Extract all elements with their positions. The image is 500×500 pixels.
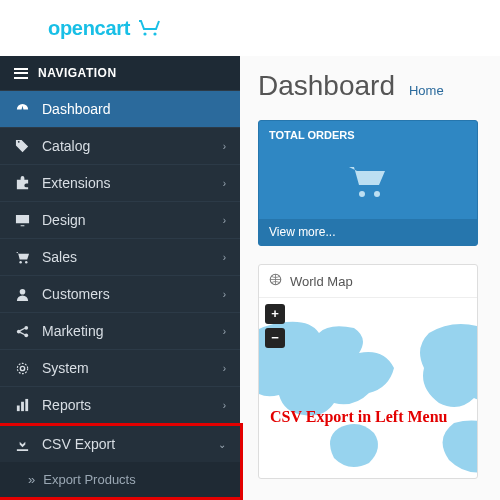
menu-icon [14, 68, 28, 79]
tags-icon [14, 139, 30, 154]
svg-point-14 [374, 191, 380, 197]
chevron-down-icon: ⌄ [218, 439, 226, 450]
svg-point-0 [143, 32, 146, 35]
svg-point-4 [19, 288, 25, 294]
sidebar-item-dashboard[interactable]: Dashboard [0, 90, 240, 127]
sidebar-item-label: Design [42, 212, 86, 228]
widget-view-more[interactable]: View more... [259, 219, 477, 245]
chevron-right-icon: › [223, 326, 226, 337]
csv-export-group-highlight: CSV Export ⌄ » Export Products [0, 423, 243, 500]
chevron-right-icon: › [223, 252, 226, 263]
sidebar-item-extensions[interactable]: Extensions › [0, 164, 240, 201]
world-map-svg [259, 308, 477, 478]
chevron-right-icon: › [223, 215, 226, 226]
sidebar-subitem-label: Export Products [43, 472, 136, 487]
breadcrumb-home[interactable]: Home [409, 83, 444, 98]
sidebar-item-customers[interactable]: Customers › [0, 275, 240, 312]
zoom-in-button[interactable]: + [265, 304, 285, 324]
chevron-right-icon: › [223, 400, 226, 411]
chevron-right-icon: › [223, 141, 226, 152]
sidebar-item-label: Marketing [42, 323, 103, 339]
sidebar-item-label: Reports [42, 397, 91, 413]
svg-point-1 [153, 32, 156, 35]
brand-logo[interactable]: opencart [48, 17, 162, 40]
download-icon [14, 437, 30, 452]
sidebar-subitem-export-products[interactable]: » Export Products [0, 462, 240, 497]
sidebar-item-sales[interactable]: Sales › [0, 238, 240, 275]
zoom-out-button[interactable]: − [265, 328, 285, 348]
share-icon [14, 324, 30, 339]
widget-footer-label: View more... [269, 225, 335, 239]
cart-icon [347, 165, 389, 203]
logo-bar: opencart [0, 0, 500, 56]
svg-rect-10 [16, 405, 19, 411]
sidebar-item-reports[interactable]: Reports › [0, 386, 240, 423]
sidebar-item-label: Extensions [42, 175, 110, 191]
chevron-right-icon: › [223, 363, 226, 374]
sidebar-item-label: CSV Export [42, 436, 115, 452]
chevron-right-icon: › [223, 289, 226, 300]
svg-point-3 [25, 260, 27, 262]
svg-point-8 [20, 366, 24, 370]
sidebar-item-system[interactable]: System › [0, 349, 240, 386]
widget-title: TOTAL ORDERS [269, 129, 355, 141]
chevron-right-icon: › [223, 178, 226, 189]
sidebar-item-marketing[interactable]: Marketing › [0, 312, 240, 349]
svg-point-6 [24, 325, 28, 329]
page-header: Dashboard Home [258, 70, 500, 102]
gauge-icon [14, 102, 30, 117]
nav-header: NAVIGATION [0, 56, 240, 90]
page-title: Dashboard [258, 70, 395, 102]
sidebar-item-label: System [42, 360, 89, 376]
map-zoom-controls: + − [265, 304, 285, 352]
brand-name: opencart [48, 17, 130, 40]
annotation-label: CSV Export in Left Menu [270, 408, 448, 426]
sidebar-item-csv-export[interactable]: CSV Export ⌄ [0, 426, 240, 462]
world-map-title: World Map [290, 274, 353, 289]
world-map[interactable]: + − [259, 298, 477, 478]
svg-rect-11 [21, 401, 24, 410]
nav-header-label: NAVIGATION [38, 66, 117, 80]
sidebar-item-label: Customers [42, 286, 110, 302]
double-chevron-icon: » [28, 472, 35, 487]
puzzle-icon [14, 176, 30, 191]
sidebar: NAVIGATION Dashboard Catalog › Extension… [0, 56, 240, 500]
svg-point-7 [24, 333, 28, 337]
globe-icon [269, 273, 282, 289]
total-orders-widget: TOTAL ORDERS View more... [258, 120, 478, 246]
world-map-panel: World Map + − [258, 264, 478, 479]
svg-rect-12 [25, 398, 28, 410]
sidebar-item-label: Dashboard [42, 101, 111, 117]
user-icon [14, 287, 30, 302]
sidebar-item-label: Sales [42, 249, 77, 265]
svg-point-9 [17, 363, 27, 373]
sidebar-item-label: Catalog [42, 138, 90, 154]
cart-icon [14, 250, 30, 265]
bar-chart-icon [14, 398, 30, 413]
svg-point-2 [19, 260, 21, 262]
brand-mark-icon [136, 19, 162, 37]
desktop-icon [14, 213, 30, 228]
content-area: Dashboard Home TOTAL ORDERS View more...… [240, 56, 500, 500]
cog-icon [14, 361, 30, 376]
sidebar-item-design[interactable]: Design › [0, 201, 240, 238]
svg-point-13 [359, 191, 365, 197]
sidebar-item-catalog[interactable]: Catalog › [0, 127, 240, 164]
